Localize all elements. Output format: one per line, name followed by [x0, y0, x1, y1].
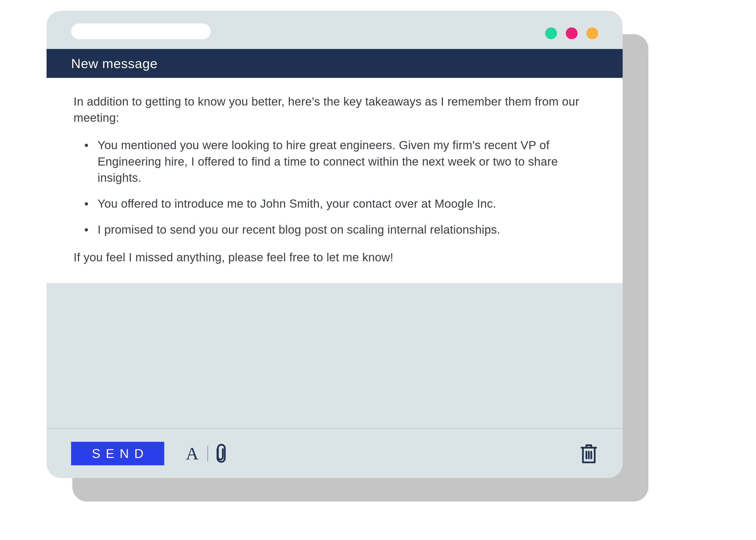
compose-toolbar: SEND A: [47, 428, 623, 478]
text-format-icon[interactable]: A: [186, 445, 199, 463]
compose-title: New message: [71, 56, 158, 71]
body-bullet-item: I promised to send you our recent blog p…: [84, 222, 598, 238]
body-intro: In addition to getting to know you bette…: [74, 93, 598, 126]
toolbar-divider: [207, 446, 208, 462]
compose-window: New message In addition to getting to kn…: [47, 11, 623, 478]
window-controls: [545, 27, 598, 39]
body-bullet-item: You offered to introduce me to John Smit…: [84, 196, 598, 212]
attachment-icon[interactable]: [215, 444, 226, 463]
body-bullet-item: You mentioned you were looking to hire g…: [84, 137, 598, 186]
formatting-tools: A: [186, 444, 226, 463]
compose-body[interactable]: In addition to getting to know you bette…: [47, 78, 623, 283]
window-chrome: [47, 11, 623, 49]
window-control-minimize[interactable]: [545, 27, 557, 39]
body-outro: If you feel I missed anything, please fe…: [74, 249, 598, 265]
address-bar[interactable]: [71, 24, 211, 39]
window-control-close[interactable]: [566, 27, 578, 39]
trash-icon[interactable]: [580, 443, 598, 464]
body-bullet-list: You mentioned you were looking to hire g…: [74, 137, 598, 238]
window-control-maximize[interactable]: [586, 27, 598, 39]
send-button[interactable]: SEND: [71, 442, 164, 465]
compose-header: New message: [47, 49, 623, 78]
